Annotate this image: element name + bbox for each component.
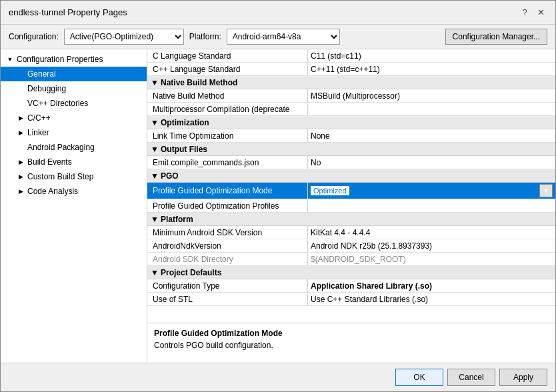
prop-name: Emit compile_commands.json bbox=[147, 156, 307, 169]
tree-item-label: Configuration Properties bbox=[17, 55, 103, 64]
prop-row-ndk-version: AndroidNdkVersion Android NDK r25b (25.1… bbox=[147, 239, 555, 253]
group-expand-icon: ▼ bbox=[150, 171, 159, 181]
prop-name: AndroidNdkVersion bbox=[147, 239, 307, 252]
prop-row-pgo-profiles: Profile Guided Optimization Profiles bbox=[147, 199, 555, 213]
prop-name: Link Time Optimization bbox=[147, 129, 307, 142]
info-title: Profile Guided Optimization Mode bbox=[154, 329, 549, 338]
prop-name: Minimum Android SDK Version bbox=[147, 226, 307, 239]
expand-icon bbox=[15, 69, 26, 79]
prop-row-compile-commands: Emit compile_commands.json No bbox=[147, 156, 555, 169]
tree-item-linker[interactable]: ▶ Linker bbox=[1, 125, 147, 140]
help-button[interactable]: ? bbox=[518, 6, 531, 19]
properties-scroll[interactable]: C Language Standard C11 (std=c11) C++ La… bbox=[147, 49, 555, 323]
prop-name: C Language Standard bbox=[147, 49, 307, 62]
expand-icon: ▼ bbox=[5, 54, 15, 65]
dropdown-arrow-icon[interactable]: ▼ bbox=[539, 184, 553, 197]
expand-icon: ▶ bbox=[15, 113, 26, 123]
prop-value: $(ANDROID_SDK_ROOT) bbox=[307, 253, 555, 265]
toolbar: Configuration: Active(PGO-Optimized) Pla… bbox=[1, 25, 555, 49]
prop-value: No bbox=[307, 156, 555, 169]
prop-row-sdk-dir: Android SDK Directory $(ANDROID_SDK_ROOT… bbox=[147, 253, 555, 266]
right-panel: C Language Standard C11 (std=c11) C++ La… bbox=[147, 49, 555, 363]
prop-value bbox=[307, 103, 555, 115]
expand-icon: ▶ bbox=[15, 171, 26, 182]
close-button[interactable]: ✕ bbox=[534, 6, 547, 19]
prop-value: Optimized ▼ bbox=[307, 183, 555, 199]
expand-icon bbox=[15, 83, 26, 94]
tree-item-label: Code Analysis bbox=[27, 187, 78, 196]
tree-item-cpp[interactable]: ▶ C/C++ bbox=[1, 111, 147, 125]
info-description: Controls PGO build configuration. bbox=[154, 341, 549, 350]
prop-name: C++ Language Standard bbox=[147, 63, 307, 75]
prop-value: Application Shared Library (.so) bbox=[307, 279, 555, 292]
tree-item-label: C/C++ bbox=[27, 113, 51, 123]
prop-name: Multiprocessor Compilation (deprecate bbox=[147, 103, 307, 115]
title-bar-controls: ? ✕ bbox=[518, 6, 547, 19]
group-header-project-defaults: ▼ Project Defaults bbox=[147, 266, 555, 279]
tree-item-general[interactable]: General bbox=[1, 67, 147, 81]
tree-item-android-packaging[interactable]: Android Packaging bbox=[1, 140, 147, 155]
tree-item-config-props[interactable]: ▼ Configuration Properties bbox=[1, 52, 147, 67]
tree-item-label: Debugging bbox=[27, 84, 66, 93]
prop-row-cpp-lang: C++ Language Standard C++11 (std=c++11) bbox=[147, 63, 555, 76]
group-header-native-build: ▼ Native Build Method bbox=[147, 76, 555, 89]
prop-value: None bbox=[307, 129, 555, 142]
group-header-label: Optimization bbox=[161, 118, 209, 127]
config-manager-button[interactable]: Configuration Manager... bbox=[445, 29, 547, 45]
configuration-dropdown[interactable]: Active(PGO-Optimized) bbox=[64, 29, 184, 45]
expand-icon: ▶ bbox=[15, 127, 26, 138]
prop-row-link-time-opt: Link Time Optimization None bbox=[147, 129, 555, 143]
tree-item-debugging[interactable]: Debugging bbox=[1, 81, 147, 96]
expand-icon: ▶ bbox=[15, 186, 26, 197]
platform-dropdown[interactable]: Android-arm64-v8a bbox=[227, 29, 340, 45]
platform-label: Platform: bbox=[189, 32, 221, 41]
group-expand-icon: ▼ bbox=[150, 78, 159, 87]
tree-item-label: General bbox=[27, 69, 56, 79]
prop-name: Use of STL bbox=[147, 293, 307, 305]
prop-value: C11 (std=c11) bbox=[307, 49, 555, 62]
prop-row-config-type: Configuration Type Application Shared Li… bbox=[147, 279, 555, 293]
prop-name: Configuration Type bbox=[147, 279, 307, 292]
prop-row-min-sdk: Minimum Android SDK Version KitKat 4.4 -… bbox=[147, 226, 555, 239]
prop-value: KitKat 4.4 - 4.4.4 bbox=[307, 226, 555, 239]
title-bar: endless-tunnel Property Pages ? ✕ bbox=[1, 1, 555, 25]
prop-value: MSBuild (Multiprocessor) bbox=[307, 89, 555, 102]
property-pages-dialog: endless-tunnel Property Pages ? ✕ Config… bbox=[0, 0, 556, 392]
optimized-badge: Optimized bbox=[311, 186, 349, 195]
apply-button[interactable]: Apply bbox=[499, 369, 547, 386]
config-label: Configuration: bbox=[9, 32, 59, 41]
group-header-label: Native Build Method bbox=[161, 78, 237, 87]
bottom-buttons: OK Cancel Apply bbox=[1, 363, 555, 391]
group-header-label: Output Files bbox=[161, 145, 207, 154]
prop-row-pgo-mode[interactable]: Profile Guided Optimization Mode Optimiz… bbox=[147, 183, 555, 199]
tree-item-custom-build-step[interactable]: ▶ Custom Build Step bbox=[1, 169, 147, 184]
cancel-button[interactable]: Cancel bbox=[447, 369, 495, 386]
prop-row-c-lang: C Language Standard C11 (std=c11) bbox=[147, 49, 555, 63]
prop-name: Profile Guided Optimization Mode bbox=[147, 183, 307, 199]
group-header-optimization: ▼ Optimization bbox=[147, 116, 555, 129]
expand-icon bbox=[15, 142, 26, 153]
main-area: ▼ Configuration Properties General Debug… bbox=[1, 49, 555, 363]
tree-item-label: Linker bbox=[27, 128, 49, 137]
expand-icon: ▶ bbox=[15, 157, 26, 167]
tree-item-label: Build Events bbox=[27, 157, 72, 167]
group-expand-icon: ▼ bbox=[150, 118, 159, 127]
group-header-pgo: ▼ PGO bbox=[147, 169, 555, 183]
tree-panel: ▼ Configuration Properties General Debug… bbox=[1, 49, 147, 363]
prop-row-native-build-method: Native Build Method MSBuild (Multiproces… bbox=[147, 89, 555, 103]
tree-item-vc-dirs[interactable]: VC++ Directories bbox=[1, 96, 147, 111]
prop-name: Profile Guided Optimization Profiles bbox=[147, 199, 307, 212]
prop-name: Android SDK Directory bbox=[147, 253, 307, 265]
ok-button[interactable]: OK bbox=[395, 369, 443, 386]
tree-item-build-events[interactable]: ▶ Build Events bbox=[1, 155, 147, 169]
group-expand-icon: ▼ bbox=[150, 215, 159, 224]
group-header-platform: ▼ Platform bbox=[147, 213, 555, 226]
dialog-title: endless-tunnel Property Pages bbox=[9, 7, 127, 17]
tree-item-label: VC++ Directories bbox=[27, 99, 88, 108]
prop-value: Use C++ Standard Libraries (.so) bbox=[307, 293, 555, 305]
tree-item-label: Android Packaging bbox=[27, 143, 95, 152]
group-expand-icon: ▼ bbox=[150, 145, 159, 154]
tree-item-label: Custom Build Step bbox=[27, 172, 93, 181]
group-header-label: Platform bbox=[161, 215, 193, 224]
tree-item-code-analysis[interactable]: ▶ Code Analysis bbox=[1, 184, 147, 199]
